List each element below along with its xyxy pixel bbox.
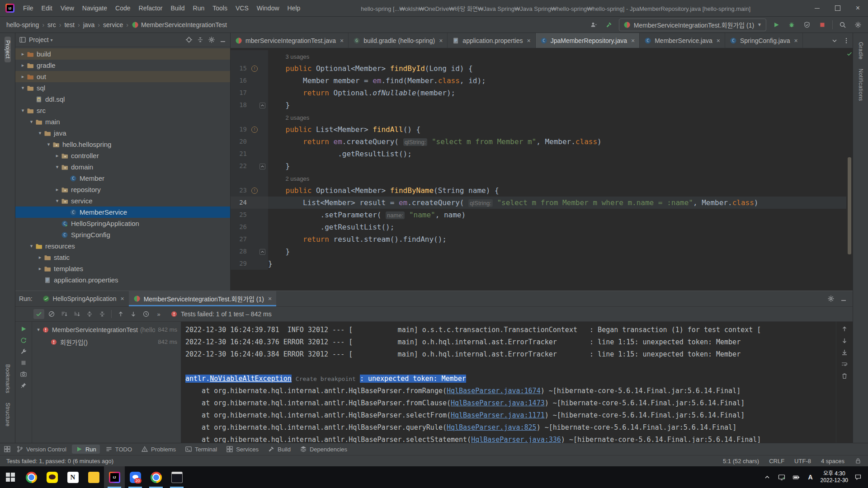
- breadcrumb-hello-spring[interactable]: hello-spring: [6, 21, 39, 28]
- tree-item-out[interactable]: ▸out: [15, 71, 230, 82]
- taskbar-messenger-button[interactable]: 20: [125, 466, 146, 488]
- tree-item-controller[interactable]: ▸controller: [15, 150, 230, 161]
- stack-trace-link[interactable]: HqlBaseParser.java:1674: [447, 387, 541, 395]
- tree-item-repository[interactable]: ▸repository: [15, 184, 230, 195]
- close-tab-icon[interactable]: ×: [527, 37, 530, 44]
- editor-tab-jpamemberrepository.java[interactable]: CJpaMemberRepository.java×: [536, 33, 640, 48]
- menu-file[interactable]: File: [19, 0, 38, 16]
- menu-run[interactable]: Run: [189, 0, 209, 16]
- breadcrumb-test[interactable]: test: [64, 21, 75, 28]
- panel-settings-gear-icon[interactable]: [208, 36, 215, 43]
- taskbar-chrome-button[interactable]: [21, 466, 42, 488]
- menu-code[interactable]: Code: [111, 0, 134, 16]
- create-breakpoint-hint[interactable]: Create breakpoint: [296, 375, 356, 382]
- usages-inlay-hint[interactable]: 3 usages: [285, 53, 309, 60]
- indent-size[interactable]: 4 spaces: [821, 458, 844, 465]
- test-history-icon[interactable]: [141, 309, 151, 319]
- action-center-icon[interactable]: [854, 473, 863, 482]
- close-tab-icon[interactable]: ×: [717, 37, 720, 44]
- tool-button-bookmarks[interactable]: Bookmarks: [5, 361, 11, 397]
- project-panel-title[interactable]: Project: [29, 36, 49, 43]
- stop-button[interactable]: [817, 19, 828, 30]
- editor-tab-springconfig.java[interactable]: CSpringConfig.java×: [725, 33, 803, 48]
- tree-item-gradle[interactable]: ▸gradle: [15, 60, 230, 71]
- breadcrumb-src[interactable]: src: [47, 21, 56, 28]
- fold-marker-icon[interactable]: [259, 164, 265, 169]
- taskbar-kakaotalk-button[interactable]: [42, 466, 62, 488]
- tool-button-gradle[interactable]: Gradle: [858, 38, 864, 63]
- fold-marker-icon[interactable]: [259, 249, 265, 255]
- tree-item-hellospringapplication[interactable]: CHelloSpringApplication: [15, 218, 230, 229]
- taskbar-intellij-button[interactable]: IJ: [104, 466, 125, 488]
- tray-expand-icon[interactable]: [763, 473, 772, 482]
- start-button[interactable]: [0, 466, 21, 488]
- tree-item-java[interactable]: ▾java: [15, 127, 230, 139]
- menu-view[interactable]: View: [57, 0, 78, 16]
- menu-window[interactable]: Window: [253, 0, 283, 16]
- tool-window-button-run[interactable]: Run: [72, 445, 100, 454]
- maximize-button[interactable]: [827, 0, 848, 16]
- run-button[interactable]: [771, 19, 782, 30]
- close-tab-icon[interactable]: ×: [439, 37, 443, 44]
- stop-button[interactable]: [20, 359, 27, 366]
- collapse-all-icon[interactable]: [197, 36, 204, 43]
- code-area[interactable]: 3 usages15↑ public Optional<Member> find…: [231, 48, 846, 291]
- editor-tab-application.properties[interactable]: application.properties×: [448, 33, 535, 48]
- coverage-button[interactable]: [802, 19, 812, 30]
- tool-button-project[interactable]: Project: [5, 37, 11, 62]
- sort-by-duration-icon[interactable]: [59, 309, 70, 319]
- tree-item-templates[interactable]: ▸templates: [15, 263, 230, 274]
- expand-all-icon[interactable]: [84, 309, 95, 319]
- tool-window-button-terminal[interactable]: Terminal: [181, 445, 221, 454]
- taskbar-clock[interactable]: 오후 4:30 2022-12-30: [821, 470, 848, 484]
- close-tab-icon[interactable]: ×: [268, 295, 272, 302]
- editor-scrollbar[interactable]: [846, 48, 853, 291]
- taskbar-notion-button[interactable]: N: [62, 466, 83, 488]
- editor-tab-mberserviceintegrationtest.java[interactable]: mberServiceIntegrationTest.java×: [231, 33, 349, 48]
- stack-trace-link[interactable]: HqlBaseParser.java:825: [447, 423, 537, 432]
- override-gutter-icon[interactable]: ↑: [251, 188, 258, 194]
- usages-inlay-hint[interactable]: 2 usages: [285, 175, 309, 182]
- usages-inlay-hint[interactable]: 2 usages: [285, 114, 309, 121]
- sort-alphabetically-icon[interactable]: [71, 309, 82, 319]
- soft-wrap-button[interactable]: [841, 361, 848, 368]
- ime-indicator[interactable]: A: [806, 474, 815, 481]
- caret-position[interactable]: 5:1 (52 chars): [723, 458, 759, 465]
- rerun-failed-tests-button[interactable]: [20, 337, 27, 344]
- file-encoding[interactable]: UTF-8: [794, 458, 811, 465]
- taskbar-window-app-button[interactable]: [166, 466, 187, 488]
- tool-window-button-services[interactable]: Services: [222, 445, 262, 454]
- menu-help[interactable]: Help: [283, 0, 305, 16]
- tree-item-service[interactable]: ▾service: [15, 195, 230, 206]
- show-passed-icon[interactable]: [33, 309, 44, 319]
- tool-window-button-version-control[interactable]: Version Control: [13, 445, 70, 454]
- breadcrumb-java[interactable]: java: [83, 21, 95, 28]
- previous-failed-test-icon[interactable]: [115, 309, 126, 319]
- hide-panel-icon[interactable]: [219, 36, 226, 43]
- rerun-button[interactable]: [20, 325, 27, 333]
- build-project-icon[interactable]: [604, 19, 614, 30]
- fold-marker-icon[interactable]: [259, 103, 265, 108]
- tool-button-structure[interactable]: Structure: [5, 399, 11, 430]
- stack-trace-link[interactable]: HqlBaseParser.java:336: [471, 436, 561, 443]
- hidden-tabs-icon[interactable]: [831, 37, 838, 44]
- tree-item-static[interactable]: ▸static: [15, 252, 230, 263]
- minimize-panel-icon[interactable]: [840, 295, 847, 302]
- taskbar-app-button[interactable]: [83, 466, 104, 488]
- tree-item-src[interactable]: ▾src: [15, 105, 230, 116]
- tool-window-button-build[interactable]: Build: [264, 445, 294, 454]
- tree-item-resources[interactable]: ▾resources: [15, 240, 230, 252]
- editor-tab-memberservice.java[interactable]: CMemberService.java×: [640, 33, 725, 48]
- run-tab-1[interactable]: MemberServiceIntegrationTest.회원가입 (1)×: [129, 291, 276, 306]
- select-opened-file-icon[interactable]: [185, 36, 193, 43]
- run-settings-gear-icon[interactable]: [827, 295, 835, 302]
- test-item-1[interactable]: 회원가입()842 ms: [32, 336, 181, 348]
- test-item-0[interactable]: ▾MemberServiceIntegrationTest(hello.h842…: [32, 324, 181, 336]
- vcs-users-icon[interactable]: [588, 19, 599, 30]
- menu-refactor[interactable]: Refactor: [135, 0, 167, 16]
- close-tab-icon[interactable]: ×: [631, 37, 635, 44]
- console-output[interactable]: 2022-12-30 16:24:39.781 INFO 32012 --- […: [181, 322, 836, 443]
- minimize-button[interactable]: [807, 0, 827, 16]
- scrollbar-thumb[interactable]: [848, 157, 851, 254]
- tree-item-main[interactable]: ▾main: [15, 116, 230, 127]
